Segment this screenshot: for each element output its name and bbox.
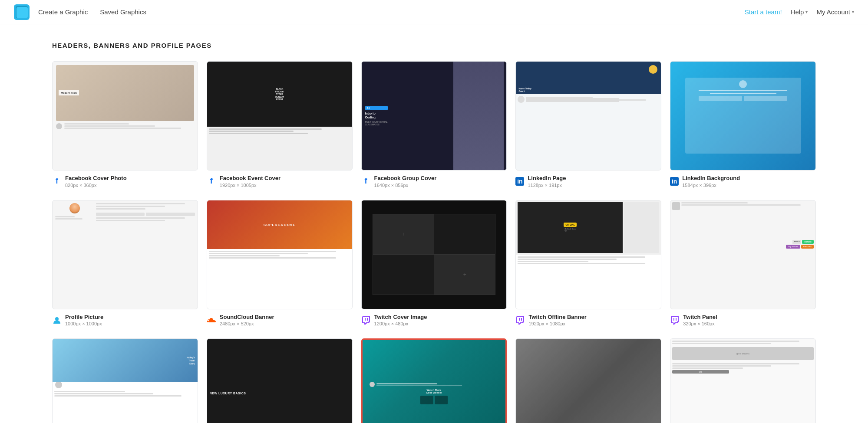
tc-cell: + bbox=[373, 214, 434, 254]
nav-links: Create a Graphic Saved Graphics bbox=[38, 8, 745, 16]
video-box bbox=[435, 396, 448, 404]
section-label: ABOUT bbox=[792, 240, 801, 244]
card-info: Profile Picture 1000px × 1000px bbox=[52, 314, 198, 327]
help-label: Help bbox=[791, 8, 804, 16]
thumb-right bbox=[96, 203, 195, 306]
card-grid-row2: Profile Picture 1000px × 1000px SUPERGRO… bbox=[52, 200, 816, 327]
card-info: f Facebook Cover Photo 820px × 360px bbox=[52, 175, 198, 188]
mini-avatar bbox=[56, 123, 62, 129]
card-fb-event[interactable]: BLACKFRIDAY/CYBERMONDAYEVENT f Facebook … bbox=[207, 61, 353, 188]
card-thumb-twitter: Halley'sTravelDiary bbox=[52, 338, 198, 423]
card-name: SoundCloud Banner bbox=[220, 314, 274, 321]
card-twitch-cover[interactable]: + + Twitch Cover Image 1200px × 480px bbox=[361, 200, 507, 327]
thumb-overlay bbox=[516, 339, 661, 423]
card-name: Facebook Event Cover bbox=[220, 175, 281, 182]
card-youtube-banner[interactable]: NEW LUXURY BASICS YouTube Banner 2560px … bbox=[207, 338, 353, 423]
svg-point-3 bbox=[55, 317, 59, 321]
card-linkedin-bg[interactable]: in LinkedIn Background 1584px × 396px bbox=[670, 61, 816, 188]
card-linkedin-page[interactable]: Name TodayCount in LinkedIn Page 1128 bbox=[515, 61, 661, 188]
thumb-grid: + + bbox=[373, 214, 496, 295]
thumb-text: Modern Tech bbox=[59, 90, 79, 95]
logo[interactable] bbox=[14, 4, 30, 20]
card-thumb-twitch-cover: + + bbox=[361, 200, 507, 309]
thumb-sidebar bbox=[624, 202, 659, 253]
card-thumb-fb-group: 2.0 Intro toCoding MEET YOUR VIRTUALCLAS… bbox=[361, 61, 507, 171]
start-team-link[interactable]: Start a team! bbox=[745, 8, 782, 16]
thumb-body bbox=[53, 382, 198, 423]
thumb-avatar bbox=[370, 382, 375, 387]
thumb-image: Modern Tech bbox=[56, 65, 194, 121]
help-menu[interactable]: Help ▾ bbox=[791, 8, 808, 16]
card-info: f Facebook Group Cover 1640px × 856px bbox=[361, 175, 507, 188]
create-graphic-link[interactable]: Create a Graphic bbox=[38, 8, 88, 16]
card-size: 320px × 160px bbox=[683, 321, 717, 326]
card-grid-row1: Modern Tech f Facebook Cover Photo 820p bbox=[52, 61, 816, 188]
card-thumb-fb-cover: Modern Tech bbox=[52, 61, 198, 171]
thumb-top: OFFLINE Be Back SoonVR bbox=[516, 200, 661, 255]
card-fb-cover[interactable]: Modern Tech f Facebook Cover Photo 820p bbox=[52, 61, 198, 188]
card-size: 1920px × 1005px bbox=[220, 183, 281, 188]
card-thumb-youtube-end: Watch MoreCool Videos! bbox=[361, 338, 507, 423]
thumb-banner: SUPERGROOVE bbox=[207, 200, 352, 249]
thumb-left bbox=[55, 203, 94, 306]
thumb-image-placeholder: give thanks bbox=[672, 347, 814, 360]
thumb-content bbox=[685, 78, 801, 154]
thumb-text: BLACKFRIDAY/CYBERMONDAYEVENT bbox=[275, 88, 284, 101]
video-box bbox=[420, 396, 433, 404]
thumb-lines bbox=[672, 341, 814, 344]
navbar: Create a Graphic Saved Graphics Start a … bbox=[0, 0, 868, 24]
card-youtube-end[interactable]: Watch MoreCool Videos! bbox=[361, 338, 507, 423]
card-fb-group[interactable]: 2.0 Intro toCoding MEET YOUR VIRTUALCLAS… bbox=[361, 61, 507, 188]
card-info: in LinkedIn Background 1584px × 396px bbox=[670, 175, 816, 188]
thumb-circle bbox=[739, 80, 747, 88]
thumb-cover: Halley'sTravelDiary bbox=[53, 339, 198, 382]
card-twitch-panel[interactable]: ABOUT DONATE Top Donors Subscribe Tw bbox=[670, 200, 816, 327]
card-thumb-email: give thanks CTA bbox=[670, 338, 816, 423]
card-zoom-bg[interactable]: Zoom Background 1920px × 1080px bbox=[515, 338, 661, 423]
card-thumb-fb-event: BLACKFRIDAY/CYBERMONDAYEVENT bbox=[207, 61, 353, 171]
card-thumb-linkedin-bg bbox=[670, 61, 816, 171]
panel-row: ABOUT DONATE bbox=[672, 240, 814, 244]
card-soundcloud[interactable]: SUPERGROOVE SoundCloud Banner 248 bbox=[207, 200, 353, 327]
thumb-text: NEW LUXURY BASICS bbox=[210, 392, 246, 395]
thumb-text: Halley'sTravelDiary bbox=[187, 356, 195, 365]
main-content: HEADERS, BANNERS AND PROFILE PAGES Moder… bbox=[0, 24, 868, 423]
account-menu[interactable]: My Account ▾ bbox=[816, 8, 854, 16]
card-info: Twitch Panel 320px × 160px bbox=[670, 314, 816, 327]
card-name: Profile Picture bbox=[65, 314, 103, 321]
thumb-lines bbox=[672, 363, 814, 369]
card-twitch-offline[interactable]: OFFLINE Be Back SoonVR bbox=[515, 200, 661, 327]
thumb-bg bbox=[363, 340, 506, 423]
card-text: Twitch Offline Banner 1920px × 1080px bbox=[528, 314, 586, 327]
card-name: Twitch Panel bbox=[683, 314, 717, 321]
card-size: 1000px × 1000px bbox=[65, 321, 103, 326]
tc-cell bbox=[373, 255, 434, 295]
card-size: 1584px × 396px bbox=[682, 183, 740, 188]
card-profile-pic[interactable]: Profile Picture 1000px × 1000px bbox=[52, 200, 198, 327]
saved-graphics-link[interactable]: Saved Graphics bbox=[100, 8, 146, 16]
thumb-line bbox=[710, 93, 776, 94]
thumb-button: CTA bbox=[672, 370, 729, 374]
card-thumb-zoom bbox=[515, 338, 661, 423]
twitch-icon bbox=[670, 315, 680, 325]
card-text: Facebook Cover Photo 820px × 360px bbox=[65, 175, 127, 188]
donate-btn: DONATE bbox=[802, 240, 814, 244]
tc-cell: + bbox=[434, 255, 495, 295]
thumb-text: Watch MoreCool Videos! bbox=[426, 389, 442, 394]
card-name: Twitch Offline Banner bbox=[528, 314, 586, 321]
card-text: LinkedIn Page 1128px × 191px bbox=[528, 175, 566, 188]
soundcloud-icon bbox=[207, 315, 216, 325]
thumb-boxes bbox=[370, 396, 498, 404]
thumb-text: OFFLINE bbox=[564, 223, 576, 227]
thumb-avatar bbox=[672, 202, 680, 210]
mini-line bbox=[64, 123, 129, 125]
card-grid-row3: Halley'sTravelDiary ✕ X (Twitter) Header… bbox=[52, 338, 816, 423]
thumb-bottom bbox=[516, 255, 661, 309]
card-twitter-header[interactable]: Halley'sTravelDiary ✕ X (Twitter) Header… bbox=[52, 338, 198, 423]
card-thumb-profile bbox=[52, 200, 198, 309]
card-email-header[interactable]: give thanks CTA Email Header bbox=[670, 338, 816, 423]
thumb-body bbox=[516, 94, 661, 170]
thumb-banner: OFFLINE Be Back SoonVR bbox=[518, 202, 622, 253]
person-icon bbox=[52, 315, 62, 325]
account-label: My Account bbox=[816, 8, 850, 16]
